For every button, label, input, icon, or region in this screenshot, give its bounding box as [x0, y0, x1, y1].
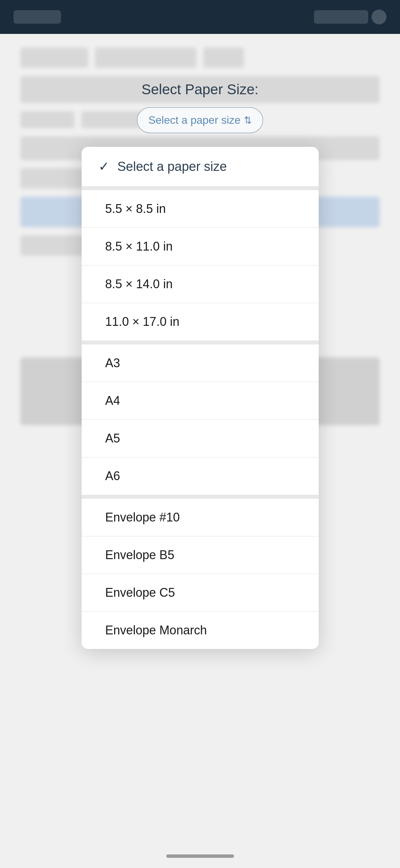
dropdown-group-iso: A3 A4 A5 A6	[82, 344, 319, 495]
select-trigger-label: Select a paper size	[148, 114, 240, 126]
top-navigation	[0, 0, 400, 34]
home-indicator	[166, 854, 234, 858]
checkmark-icon: ✓	[99, 159, 109, 174]
chevron-icon: ⇅	[244, 115, 252, 126]
dropdown-selected-row[interactable]: ✓ Select a paper size	[82, 147, 319, 186]
nav-logo	[14, 10, 61, 24]
page-title: Select Paper Size:	[142, 81, 259, 98]
group-separator-1	[82, 186, 319, 190]
nav-right	[314, 9, 386, 24]
paper-size-dropdown: ✓ Select a paper size 5.5 × 8.5 in 8.5 ×…	[82, 147, 319, 649]
list-item[interactable]: A4	[82, 382, 319, 420]
group-separator-3	[82, 495, 319, 499]
dropdown-group-envelope: Envelope #10 Envelope B5 Envelope C5 Env…	[82, 499, 319, 649]
list-item[interactable]: Envelope C5	[82, 574, 319, 612]
nav-avatar	[372, 9, 386, 24]
list-item[interactable]: 5.5 × 8.5 in	[82, 190, 319, 228]
list-item[interactable]: 8.5 × 11.0 in	[82, 228, 319, 265]
list-item[interactable]: A5	[82, 420, 319, 457]
list-item[interactable]: A6	[82, 457, 319, 495]
list-item[interactable]: Envelope #10	[82, 499, 319, 536]
list-item[interactable]: 11.0 × 17.0 in	[82, 303, 319, 340]
list-item[interactable]: 8.5 × 14.0 in	[82, 265, 319, 303]
dropdown-group-imperial: 5.5 × 8.5 in 8.5 × 11.0 in 8.5 × 14.0 in…	[82, 190, 319, 340]
nav-user	[314, 10, 368, 24]
dropdown-selected-label: Select a paper size	[118, 159, 227, 174]
main-content: Select Paper Size: Select a paper size ⇅…	[0, 34, 400, 649]
list-item[interactable]: Envelope B5	[82, 536, 319, 574]
paper-size-select-button[interactable]: Select a paper size ⇅	[137, 107, 263, 133]
group-separator-2	[82, 340, 319, 344]
list-item[interactable]: A3	[82, 344, 319, 382]
list-item[interactable]: Envelope Monarch	[82, 612, 319, 649]
